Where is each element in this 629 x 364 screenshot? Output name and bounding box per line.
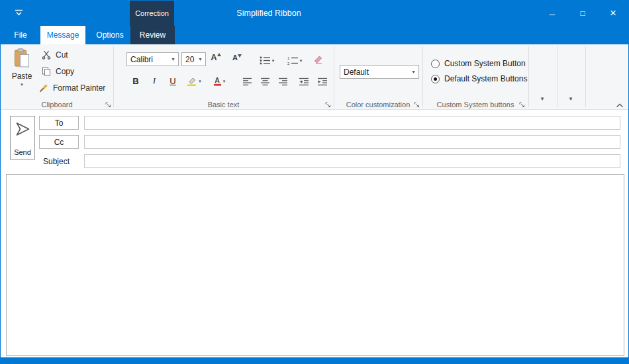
maximize-button[interactable]: □ xyxy=(567,1,598,26)
paste-dropdown-arrow[interactable]: ▾ xyxy=(21,82,23,87)
custom-system-button-radio-label: Custom System Button xyxy=(444,59,526,68)
custom-system-button-radio[interactable]: Custom System Button xyxy=(431,59,526,68)
decrease-indent-icon xyxy=(299,77,309,86)
group-separator xyxy=(585,46,586,107)
font-size-value: 20 xyxy=(182,55,195,64)
eraser-icon xyxy=(314,55,323,64)
send-label: Send xyxy=(14,148,31,156)
tab-options[interactable]: Options xyxy=(91,26,129,44)
align-right-button[interactable] xyxy=(275,74,291,89)
copy-label: Copy xyxy=(56,67,74,76)
overflow-group-1-button[interactable]: ▾ xyxy=(535,92,550,105)
dialog-launcher-icon xyxy=(519,102,525,108)
clipboard-group-label: Clipboard xyxy=(1,101,113,109)
minimize-button[interactable]: – xyxy=(537,1,567,26)
dropdown-arrow-icon: ▾ xyxy=(300,58,303,63)
dropdown-arrow-icon: ▾ xyxy=(272,58,275,63)
cc-input[interactable] xyxy=(84,135,620,149)
overflow-group-2-button[interactable]: ▾ xyxy=(563,92,578,105)
cc-button[interactable]: Cc xyxy=(39,135,79,149)
shrink-font-letter: A xyxy=(232,54,238,62)
numbering-button[interactable]: 12 ▾ xyxy=(284,53,305,68)
basic-text-group-label: Basic text xyxy=(113,101,334,109)
numbered-list-icon: 12 xyxy=(287,56,299,65)
ribbon: Paste ▾ Cut Copy Format Pain xyxy=(1,44,628,110)
dropdown-arrow-icon: ▾ xyxy=(223,79,226,83)
dropdown-arrow-icon: ▾ xyxy=(199,79,201,83)
close-button[interactable]: × xyxy=(598,1,628,26)
color-scheme-combobox[interactable]: Default ▾ xyxy=(340,65,419,79)
subject-input[interactable] xyxy=(84,154,620,168)
font-name-value: Calibri xyxy=(127,55,168,64)
format-painter-icon xyxy=(39,83,48,93)
group-separator xyxy=(528,46,529,107)
scissors-icon xyxy=(42,50,51,60)
copy-button[interactable]: Copy xyxy=(42,65,74,78)
group-separator xyxy=(422,46,423,107)
clipboard-dialog-launcher[interactable] xyxy=(104,101,112,109)
align-left-icon xyxy=(242,77,252,86)
basic-text-dialog-launcher[interactable] xyxy=(324,101,332,109)
subject-label: Subject xyxy=(43,157,70,166)
caption-buttons: – □ × xyxy=(537,1,628,26)
grow-font-button[interactable]: A xyxy=(208,52,224,66)
paste-label: Paste xyxy=(12,71,32,81)
group-separator xyxy=(113,46,114,107)
dropdown-arrow-icon[interactable]: ▾ xyxy=(168,53,178,66)
message-body-input[interactable] xyxy=(6,174,624,356)
send-icon xyxy=(14,120,31,138)
highlight-color-button[interactable]: ▾ xyxy=(183,73,205,88)
cut-label: Cut xyxy=(56,50,68,60)
bold-button[interactable]: B xyxy=(128,73,144,88)
highlighter-icon xyxy=(187,76,197,86)
dialog-launcher-icon xyxy=(105,102,111,108)
color-scheme-value: Default xyxy=(340,68,409,77)
paste-button[interactable]: Paste ▾ xyxy=(7,48,36,101)
dialog-launcher-icon xyxy=(414,102,420,108)
radio-unchecked-icon xyxy=(431,60,440,68)
default-system-buttons-radio[interactable]: Default System Buttons xyxy=(431,74,527,83)
cut-button[interactable]: Cut xyxy=(42,48,68,62)
arrow-down-icon xyxy=(238,54,242,58)
font-color-icon: A xyxy=(213,76,222,86)
decrease-indent-button[interactable] xyxy=(296,74,312,89)
custom-system-buttons-dialog-launcher[interactable] xyxy=(518,101,526,109)
font-size-combobox[interactable]: 20 ▾ xyxy=(181,52,206,66)
italic-button[interactable]: I xyxy=(146,73,162,88)
svg-text:1: 1 xyxy=(287,56,290,60)
tab-message[interactable]: Message xyxy=(40,26,85,44)
send-button[interactable]: Send xyxy=(10,116,35,159)
minimize-icon: – xyxy=(550,8,555,19)
font-color-button[interactable]: A ▾ xyxy=(209,73,230,88)
dropdown-arrow-icon[interactable]: ▾ xyxy=(195,53,205,66)
chevron-up-icon xyxy=(616,103,624,108)
ribbon-tab-bar: File Message Options Review xyxy=(1,26,628,44)
color-customization-dialog-launcher[interactable] xyxy=(412,101,420,109)
svg-text:A: A xyxy=(215,76,220,84)
shrink-font-button[interactable]: A xyxy=(229,53,245,68)
paste-clipboard-icon xyxy=(13,48,30,68)
to-input[interactable] xyxy=(84,116,620,130)
align-right-icon xyxy=(278,77,288,86)
align-left-button[interactable] xyxy=(239,74,255,89)
increase-indent-button[interactable] xyxy=(314,74,330,89)
app-window: Correction Simplified Ribbon – □ × File … xyxy=(0,0,629,364)
format-painter-button[interactable]: Format Painter xyxy=(39,81,105,95)
bullets-button[interactable]: ▾ xyxy=(256,53,277,68)
underline-button[interactable]: U xyxy=(165,73,181,88)
dropdown-arrow-icon[interactable]: ▾ xyxy=(409,66,418,78)
arrow-up-icon xyxy=(217,53,221,56)
tab-review[interactable]: Review xyxy=(130,26,175,44)
tab-file[interactable]: File xyxy=(6,26,35,44)
window-title: Simplified Ribbon xyxy=(1,1,537,26)
to-button[interactable]: To xyxy=(39,116,79,130)
font-name-combobox[interactable]: Calibri ▾ xyxy=(126,52,179,66)
custom-system-buttons-group-label: Custom System buttons xyxy=(422,101,528,109)
ribbon-collapse-button[interactable] xyxy=(614,101,626,109)
default-system-buttons-radio-label: Default System Buttons xyxy=(444,74,527,83)
window-bottom-border xyxy=(1,357,628,363)
clear-formatting-button[interactable] xyxy=(311,52,326,67)
title-bar: Correction Simplified Ribbon – □ × xyxy=(1,1,628,26)
align-center-button[interactable] xyxy=(257,74,273,89)
group-separator xyxy=(334,46,334,107)
